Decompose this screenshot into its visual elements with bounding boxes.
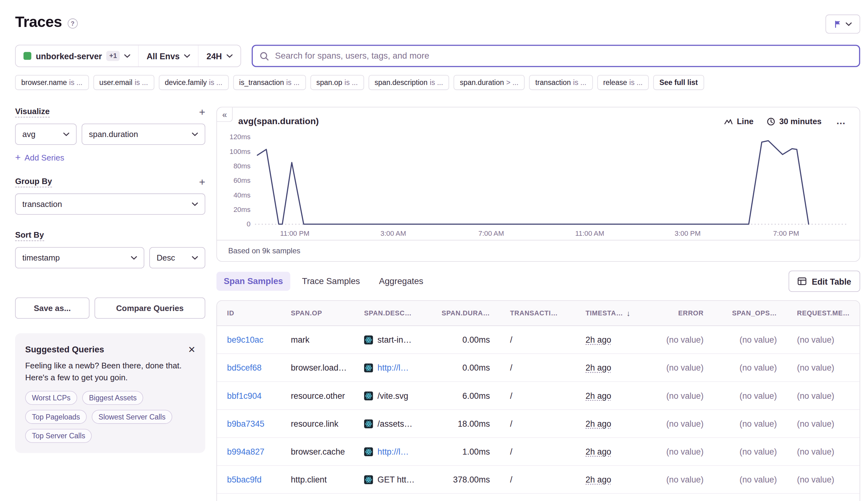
- project-more-badge: +1: [107, 51, 120, 61]
- app-root: Traces ? unborked-server +1: [0, 0, 868, 501]
- filter-chip[interactable]: is_transactionis ...: [233, 75, 306, 90]
- tab-trace-samples[interactable]: Trace Samples: [295, 272, 367, 291]
- cell-request: (no value): [787, 438, 859, 465]
- favicon: [364, 335, 373, 344]
- transaction-value: /: [510, 335, 512, 344]
- group-by-select[interactable]: transaction: [15, 193, 205, 215]
- compare-queries-button[interactable]: Compare Queries: [94, 298, 205, 319]
- suggested-query-chip[interactable]: Top Server Calls: [25, 429, 92, 443]
- column-header-span_ops[interactable]: SPAN_OPS…: [714, 301, 787, 326]
- span-description-link[interactable]: http://l…: [378, 363, 409, 372]
- aggregate-field-select[interactable]: span.duration: [82, 124, 205, 145]
- span-id-link[interactable]: be9c10ac: [227, 335, 263, 344]
- column-header-transaction[interactable]: TRANSACTI…: [500, 301, 575, 326]
- filter-chip[interactable]: device.familyis ...: [159, 75, 229, 90]
- filter-chip[interactable]: releaseis ...: [597, 75, 649, 90]
- help-icon[interactable]: ?: [67, 18, 77, 28]
- tab-aggregates[interactable]: Aggregates: [372, 272, 431, 291]
- no-value: (no value): [797, 363, 835, 372]
- column-header-timestamp[interactable]: TIMESTA…↓: [575, 301, 641, 326]
- x-tick-label: 3:00 AM: [380, 230, 406, 237]
- filter-chip-key: release: [603, 78, 627, 87]
- save-as-button[interactable]: Save as...: [15, 298, 89, 319]
- span-id-link[interactable]: b9ba7345: [227, 419, 264, 428]
- chart-panel: « avg(span.duration) Line: [216, 107, 860, 262]
- x-tick-label: 7:00 PM: [773, 230, 799, 237]
- suggested-query-chip[interactable]: Top Pageloads: [25, 410, 86, 424]
- collapse-sidebar-button[interactable]: «: [217, 107, 233, 122]
- chart-type-button[interactable]: Line: [721, 115, 757, 128]
- search-input[interactable]: [274, 51, 853, 62]
- duration-value: 18.00ms: [458, 419, 490, 428]
- op-value: browser.load…: [291, 363, 347, 372]
- filter-chip[interactable]: browser.nameis ...: [15, 75, 89, 90]
- chart-menu-button[interactable]: …: [832, 116, 851, 127]
- column-header-error[interactable]: ERROR: [641, 301, 714, 326]
- suggested-query-chip[interactable]: Slowest Server Calls: [92, 410, 172, 424]
- add-group-by-button[interactable]: +: [199, 177, 205, 188]
- cell-transaction: /: [500, 438, 575, 465]
- y-tick-label: 40ms: [233, 191, 250, 199]
- saved-queries-button[interactable]: [825, 14, 860, 33]
- flag-icon: [834, 20, 841, 28]
- search-bar[interactable]: [252, 45, 860, 67]
- transaction-value: /: [510, 419, 512, 428]
- op-value: browser.cache: [291, 447, 345, 456]
- aggregate-select[interactable]: avg: [15, 124, 76, 145]
- span-description: /assets…: [378, 419, 413, 428]
- visualize-label: Visualize: [15, 107, 50, 118]
- filter-chip[interactable]: transactionis ...: [529, 75, 592, 90]
- interval-button[interactable]: 30 minutes: [764, 115, 825, 128]
- filter-chip[interactable]: span.duration> ...: [454, 75, 525, 90]
- cell-timestamp: 2h ago: [575, 354, 641, 381]
- add-visualize-button[interactable]: +: [199, 107, 205, 118]
- environment-selector[interactable]: All Envs: [138, 45, 198, 66]
- sort-field-select[interactable]: timestamp: [15, 247, 144, 268]
- filter-chip[interactable]: user.emailis ...: [93, 75, 154, 90]
- column-header-request[interactable]: REQUEST.ME…: [787, 301, 859, 326]
- cell-timestamp: 2h ago: [575, 382, 641, 409]
- filter-chip[interactable]: span.descriptionis ...: [369, 75, 449, 90]
- see-full-list-button[interactable]: See full list: [653, 75, 704, 90]
- no-value: (no value): [739, 391, 777, 401]
- suggested-query-chip[interactable]: Worst LCPs: [25, 391, 77, 405]
- column-header-op[interactable]: SPAN.OP: [280, 301, 354, 326]
- project-selector[interactable]: unborked-server +1: [16, 45, 138, 66]
- column-header-duration[interactable]: SPAN.DURA…: [427, 301, 500, 326]
- clock-icon: [767, 117, 775, 126]
- tab-span-samples[interactable]: Span Samples: [216, 272, 290, 291]
- span-id-link[interactable]: b5bac9fd: [227, 475, 262, 484]
- span-id-link[interactable]: b994a827: [227, 447, 264, 456]
- span-id-link[interactable]: bd5cef68: [227, 363, 262, 372]
- line-chart: 120ms100ms80ms60ms40ms20ms011:00 PM3:00 …: [221, 130, 853, 240]
- group-by-value: transaction: [22, 200, 62, 209]
- table-row: be9c10acmarkstart-in…0.00ms/2h ago(no va…: [217, 326, 859, 354]
- filter-chip[interactable]: span.opis ...: [310, 75, 364, 90]
- suggested-query-chip[interactable]: Biggest Assets: [82, 391, 143, 405]
- sort-by-label: Sort By: [15, 231, 44, 241]
- chart-title: avg(span.duration): [238, 116, 319, 126]
- add-series-button[interactable]: + Add Series: [15, 153, 64, 162]
- column-header-id[interactable]: ID: [217, 301, 280, 326]
- sort-direction-select[interactable]: Desc: [149, 247, 205, 268]
- span-description: /vite.svg: [378, 391, 408, 401]
- table-row: b994a827browser.cachehttp://l…1.00ms/2h …: [217, 438, 859, 466]
- cell-id: b9ba7345: [217, 410, 280, 437]
- search-icon: [260, 51, 269, 61]
- duration-value: 0.00ms: [463, 363, 490, 372]
- cell-id: b41bfb26: [217, 494, 280, 501]
- duration-value: 378.00ms: [453, 475, 490, 484]
- span-id-link[interactable]: bbf1c904: [227, 391, 262, 401]
- cell-transaction: /: [500, 410, 575, 437]
- page-header: Traces ?: [15, 0, 860, 33]
- edit-table-button[interactable]: Edit Table: [789, 270, 860, 292]
- date-range-selector[interactable]: 24H: [198, 45, 241, 66]
- close-icon[interactable]: ×: [189, 343, 195, 355]
- sort-desc-icon: ↓: [626, 309, 631, 318]
- cell-span_ops: (no value): [714, 466, 787, 493]
- no-value: (no value): [797, 335, 835, 344]
- column-header-desc[interactable]: SPAN.DESC…: [354, 301, 427, 326]
- no-value: (no value): [739, 475, 777, 484]
- favicon: [364, 419, 373, 428]
- span-description-link[interactable]: http://l…: [378, 447, 409, 456]
